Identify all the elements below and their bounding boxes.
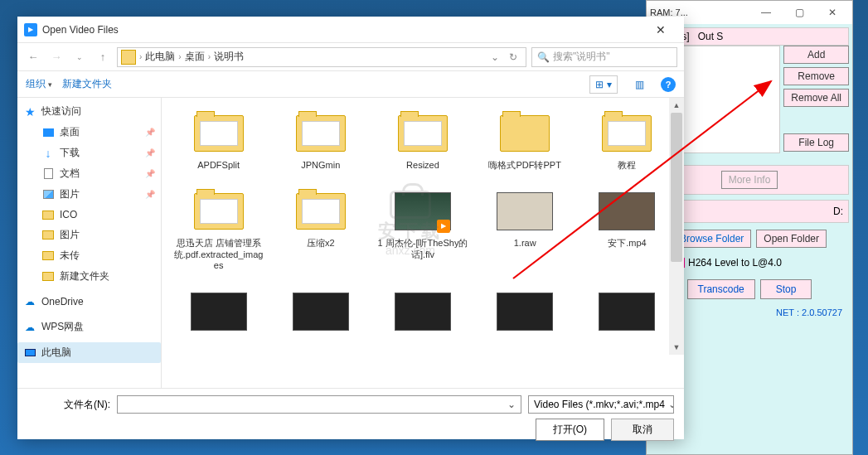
browse-folder-button[interactable]: Browse Folder xyxy=(672,230,751,248)
video-thumbnail xyxy=(395,293,451,331)
folder-icon xyxy=(500,115,550,152)
stop-button[interactable]: Stop xyxy=(760,279,812,299)
folder-icon xyxy=(296,115,346,152)
video-thumbnail xyxy=(599,293,655,331)
app-icon xyxy=(24,23,37,36)
search-icon: 🔍 xyxy=(537,51,550,63)
maximize-button[interactable]: ▢ xyxy=(783,3,816,22)
folder-icon xyxy=(194,115,244,152)
folder-item[interactable]: JPNGmin xyxy=(270,104,371,177)
play-icon: ▶ xyxy=(437,220,450,233)
cancel-button[interactable]: 取消 xyxy=(611,419,674,441)
crumb-thispc[interactable]: 此电脑 xyxy=(145,50,175,64)
remove-all-button[interactable]: Remove All xyxy=(783,89,849,107)
search-placeholder: 搜索"说明书" xyxy=(553,50,610,64)
filename-input[interactable] xyxy=(117,395,521,414)
breadcrumb-bar[interactable]: › 此电脑 › 桌面 › 说明书 ⌄ ↻ xyxy=(117,47,526,67)
transcode-button[interactable]: Transcode xyxy=(687,279,755,299)
new-folder-button[interactable]: 新建文件夹 xyxy=(62,77,112,91)
chevron-right-icon: › xyxy=(205,52,214,61)
sidebar-item-onedrive[interactable]: ☁OneDrive xyxy=(17,292,161,312)
refresh-button[interactable]: ↻ xyxy=(504,51,522,63)
folder-item[interactable]: 压缩x2 xyxy=(270,182,371,278)
minimize-button[interactable]: — xyxy=(749,3,783,22)
filetype-combo[interactable]: Video Files (*.mkv;*.avi;*.mp4 xyxy=(528,395,674,414)
video-file-item[interactable]: ▶1 周杰伦-[听TheShy的话].flv xyxy=(372,182,473,278)
picture-icon xyxy=(43,190,54,199)
forward-button[interactable]: → xyxy=(47,48,65,66)
file-item[interactable] xyxy=(168,283,269,344)
dialog-close-button[interactable]: ✕ xyxy=(644,23,677,36)
remove-button[interactable]: Remove xyxy=(783,67,849,85)
search-input[interactable]: 🔍 搜索"说明书" xyxy=(531,47,677,67)
close-button[interactable]: ✕ xyxy=(816,3,849,22)
crumb-desktop[interactable]: 桌面 xyxy=(185,50,205,64)
sidebar-item-thispc[interactable]: 此电脑 xyxy=(17,342,161,363)
header-outsize: Out S xyxy=(698,31,724,42)
folder-item[interactable]: Resized xyxy=(372,104,473,177)
folder-item[interactable]: APDFSplit xyxy=(168,104,269,177)
file-item[interactable] xyxy=(577,283,677,344)
sidebar-item-wps[interactable]: ☁WPS网盘 xyxy=(17,317,161,337)
folder-icon xyxy=(398,115,448,152)
desktop-icon xyxy=(43,128,54,137)
help-button[interactable]: ? xyxy=(661,77,676,92)
scroll-thumb[interactable] xyxy=(671,113,682,262)
video-thumbnail xyxy=(497,293,553,331)
file-item[interactable] xyxy=(372,283,473,344)
download-icon: ↓ xyxy=(41,147,55,160)
sidebar-item-downloads[interactable]: ↓下载 xyxy=(17,143,161,163)
folder-icon xyxy=(296,193,346,230)
back-button[interactable]: ← xyxy=(24,48,42,66)
file-view[interactable]: APDFSplit JPNGmin Resized 嗨格式PDF转PPT 教程 … xyxy=(162,98,684,388)
dialog-titlebar: Open Video Files ✕ xyxy=(17,17,684,43)
toolbar: 组织 新建文件夹 ⊞ ▾ ▥ ? xyxy=(17,71,684,98)
folder-icon xyxy=(42,211,54,220)
sidebar-item-tupian[interactable]: 图片 xyxy=(17,225,161,245)
chevron-right-icon: › xyxy=(175,52,184,61)
video-thumbnail xyxy=(293,293,349,331)
document-icon xyxy=(44,168,53,179)
folder-icon xyxy=(42,230,54,240)
filename-label: 文件名(N): xyxy=(27,398,110,412)
folder-item[interactable]: 嗨格式PDF转PPT xyxy=(475,104,575,177)
folder-icon xyxy=(42,251,54,260)
open-button[interactable]: 打开(O) xyxy=(536,419,604,441)
sidebar-item-documents[interactable]: 文档 xyxy=(17,163,161,184)
recent-button[interactable]: ⌄ xyxy=(70,48,89,66)
sidebar-item-pictures[interactable]: 图片 xyxy=(17,184,161,205)
image-thumbnail xyxy=(497,192,553,230)
h264-checkbox[interactable]: H264 Level to L@4.0 xyxy=(675,257,782,269)
sidebar-item-weichuan[interactable]: 未传 xyxy=(17,245,161,266)
file-item[interactable] xyxy=(475,283,575,344)
video-file-item[interactable]: 安下.mp4 xyxy=(577,182,677,278)
preview-pane-button[interactable]: ▥ xyxy=(628,75,651,94)
file-item[interactable] xyxy=(270,283,371,344)
up-button[interactable]: ↑ xyxy=(94,48,112,66)
folder-icon xyxy=(194,193,244,230)
folder-icon xyxy=(42,272,54,281)
cloud-icon: ☁ xyxy=(23,295,36,308)
add-button[interactable]: Add xyxy=(783,46,849,64)
sidebar-item-quick-access[interactable]: ★快速访问 xyxy=(17,101,161,122)
scroll-up-button[interactable]: ▲ xyxy=(669,98,684,113)
vertical-scrollbar[interactable]: ▲ ▼ xyxy=(669,98,684,355)
cloud-icon: ☁ xyxy=(23,321,36,334)
file-item[interactable]: 1.raw xyxy=(475,182,575,278)
open-folder-button[interactable]: Open Folder xyxy=(756,230,827,248)
sidebar-item-ico[interactable]: ICO xyxy=(17,205,161,225)
dialog-title: Open Video Files xyxy=(42,24,644,36)
crumb-dropdown-icon[interactable]: ⌄ xyxy=(486,51,504,63)
video-thumbnail xyxy=(599,192,655,230)
file-log-button[interactable]: File Log xyxy=(783,133,849,152)
sidebar-item-newfolder[interactable]: 新建文件夹 xyxy=(17,266,161,287)
folder-item[interactable]: 教程 xyxy=(577,104,677,177)
view-menu[interactable]: ⊞ ▾ xyxy=(589,75,618,94)
drive-label: D: xyxy=(833,206,843,217)
folder-icon xyxy=(602,115,652,152)
scroll-down-button[interactable]: ▼ xyxy=(669,340,684,355)
folder-item[interactable]: 思迅天店 店铺管理系统.pdf.extracted_images xyxy=(168,182,269,278)
organize-menu[interactable]: 组织 xyxy=(26,77,52,91)
sidebar-item-desktop[interactable]: 桌面 xyxy=(17,122,161,143)
crumb-folder[interactable]: 说明书 xyxy=(214,50,244,64)
